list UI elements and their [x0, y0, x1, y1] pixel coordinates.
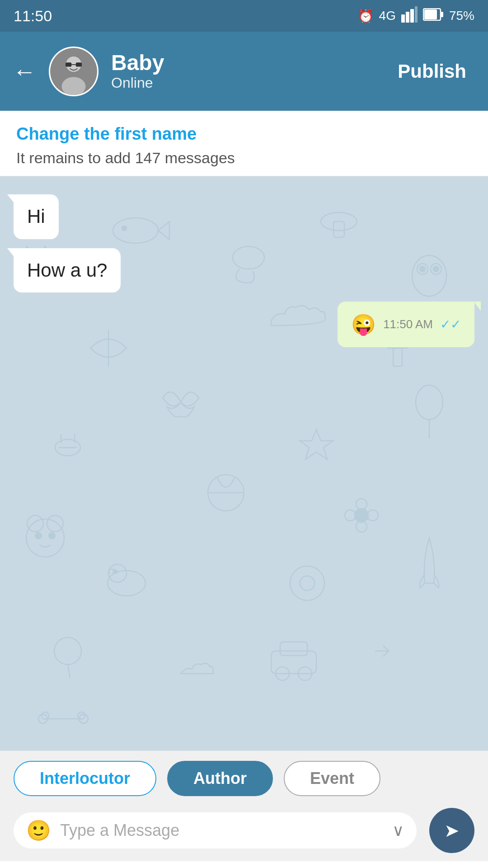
back-button[interactable]: ← — [13, 60, 36, 83]
svg-rect-0 — [401, 14, 405, 23]
svg-point-63 — [42, 712, 49, 719]
svg-marker-35 — [300, 429, 333, 459]
chevron-down-icon[interactable]: ∨ — [392, 821, 404, 840]
status-icons: ⏰ 4G 75% — [358, 6, 474, 26]
contact-status: Online — [111, 75, 389, 91]
svg-rect-6 — [424, 9, 437, 19]
svg-rect-58 — [280, 642, 307, 656]
tab-row: Interlocutor Author Event — [14, 761, 474, 796]
svg-point-54 — [300, 576, 314, 590]
notice-subtitle: It remains to add 147 messages — [16, 149, 472, 167]
messages-container: Hi How a u? 😜 11:50 AM ✓✓ — [0, 176, 488, 365]
avatar — [49, 47, 99, 96]
svg-point-38 — [26, 519, 64, 557]
tab-event[interactable]: Event — [284, 761, 380, 796]
svg-point-47 — [356, 521, 367, 532]
message-text-2: How a u? — [27, 259, 107, 281]
svg-point-64 — [79, 714, 88, 723]
svg-rect-2 — [410, 9, 414, 23]
network-label: 4G — [379, 9, 396, 23]
svg-point-9 — [62, 77, 86, 95]
svg-point-62 — [38, 714, 47, 723]
svg-point-46 — [356, 499, 367, 509]
message-text-1: Hi — [27, 206, 45, 227]
bottom-bar: Interlocutor Author Event 🙂 ∨ ➤ — [0, 750, 488, 861]
input-row: 🙂 ∨ — [14, 812, 417, 849]
message-input[interactable] — [60, 821, 383, 840]
svg-rect-57 — [271, 651, 316, 674]
publish-button[interactable]: Publish — [389, 56, 475, 87]
svg-point-36 — [416, 385, 443, 420]
svg-point-39 — [27, 515, 43, 532]
tab-interlocutor[interactable]: Interlocutor — [14, 761, 156, 796]
tab-author[interactable]: Author — [167, 761, 273, 796]
message-time: 11:50 AM — [383, 317, 433, 332]
notice-title[interactable]: Change the first name — [16, 124, 472, 144]
svg-rect-10 — [66, 62, 71, 66]
alarm-icon: ⏰ — [358, 9, 374, 24]
send-button[interactable]: ➤ — [429, 808, 474, 853]
message-emoji: 😜 — [351, 311, 376, 337]
svg-point-41 — [35, 533, 42, 539]
svg-point-48 — [345, 510, 356, 521]
message-bubble-3: 😜 11:50 AM ✓✓ — [338, 302, 474, 347]
svg-point-45 — [355, 509, 368, 522]
svg-rect-1 — [406, 12, 409, 23]
signal-icon — [401, 6, 418, 26]
svg-point-52 — [113, 570, 117, 573]
svg-point-31 — [55, 439, 80, 456]
svg-point-40 — [47, 515, 63, 532]
svg-point-53 — [290, 566, 324, 600]
battery-percent: 75% — [449, 9, 474, 23]
svg-point-51 — [108, 564, 127, 582]
notice-banner: Change the first name It remains to add … — [0, 111, 488, 176]
status-bar: 11:50 ⏰ 4G 75% — [0, 0, 488, 32]
status-time: 11:50 — [14, 7, 52, 25]
chat-area: Hi How a u? 😜 11:50 AM ✓✓ — [0, 176, 488, 750]
contact-info: Baby Online — [111, 51, 389, 92]
send-icon: ➤ — [444, 820, 460, 841]
svg-point-59 — [276, 667, 289, 680]
svg-rect-3 — [415, 6, 418, 23]
message-bubble-2: How a u? — [14, 248, 121, 293]
svg-point-42 — [49, 533, 55, 539]
message-bubble-1: Hi — [14, 194, 59, 239]
svg-point-60 — [298, 667, 312, 680]
svg-point-43 — [208, 475, 244, 511]
battery-icon — [423, 8, 444, 24]
svg-point-49 — [367, 510, 378, 521]
contact-name: Baby — [111, 51, 389, 75]
message-ticks: ✓✓ — [440, 316, 461, 333]
svg-point-55 — [54, 637, 81, 665]
svg-line-56 — [68, 665, 70, 678]
svg-rect-5 — [441, 12, 443, 17]
svg-point-50 — [108, 571, 145, 596]
toolbar: ← Baby Online Publish — [0, 32, 488, 111]
emoji-button[interactable]: 🙂 — [26, 819, 51, 842]
svg-point-65 — [78, 712, 85, 719]
svg-rect-11 — [76, 62, 82, 66]
